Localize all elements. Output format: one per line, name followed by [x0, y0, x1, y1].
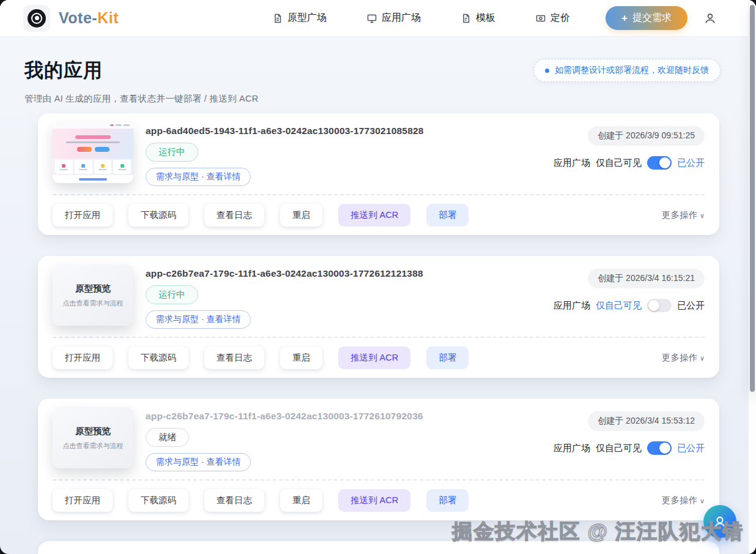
prototype-preview[interactable]: 原型预览 点击查看需求与流程 — [53, 264, 133, 326]
restart-button[interactable]: 重启 — [280, 346, 322, 369]
view-logs-button[interactable]: 查看日志 — [204, 204, 264, 226]
dot-icon — [545, 69, 549, 73]
app-id: app-c26b7ea7-179c-11f1-a6e3-0242ac130003… — [146, 268, 423, 279]
detail-link-badge[interactable]: 需求与原型 · 查看详情 — [146, 310, 251, 329]
brand-name-primary: Vote- — [59, 9, 97, 26]
app-card: 原型预览 点击查看需求与流程 app-c26b7ea7-179c-11f1-a6… — [38, 399, 719, 520]
deploy-button[interactable]: 部署 — [426, 204, 469, 226]
thumb-decor — [77, 147, 109, 152]
detail-link-badge[interactable]: 需求与原型 · 查看详情 — [146, 168, 251, 186]
app-card-list: app-6ad40ed5-1943-11f1-a6e3-0242ac130003… — [38, 113, 719, 554]
public-label: 已公开 — [677, 157, 705, 169]
browser-page: Vote-Kit 原型广场 应用广场 模板 定价 + 提交需求 — [0, 0, 756, 554]
created-time-badge: 创建于 2026/3/4 15:53:12 — [588, 411, 705, 431]
thumb-decor — [77, 147, 92, 152]
detail-link-badge[interactable]: 需求与原型 · 查看详情 — [146, 453, 251, 471]
preview-subtitle: 点击查看需求与流程 — [63, 299, 124, 308]
restart-button[interactable]: 重启 — [280, 204, 322, 226]
view-logs-button[interactable]: 查看日志 — [204, 346, 264, 369]
thumb-decor — [124, 124, 130, 126]
status-badge: 运行中 — [146, 143, 198, 162]
nav-item-templates[interactable]: 模板 — [461, 12, 495, 24]
visibility-row: 应用广场 仅自己可见 已公开 — [554, 156, 705, 170]
deploy-button[interactable]: 部署 — [426, 346, 469, 369]
nav-label: 原型广场 — [287, 12, 327, 24]
pricing-icon — [536, 13, 546, 23]
public-label: 已公开 — [677, 300, 705, 312]
chevron-down-icon: ∨ — [700, 354, 705, 362]
nav-item-prototype-market[interactable]: 原型广场 — [273, 12, 327, 24]
status-badge: 运行中 — [146, 285, 198, 304]
push-acr-button[interactable]: 推送到 ACR — [338, 346, 410, 369]
more-actions-label: 更多操作 — [662, 352, 697, 364]
push-acr-button[interactable]: 推送到 ACR — [338, 489, 410, 512]
open-app-button[interactable]: 打开应用 — [53, 204, 113, 226]
more-actions-button[interactable]: 更多操作∨ — [662, 352, 705, 364]
app-card: 原型预览 点击查看需求与流程 app-c26b7ea7-179c-11f1-a6… — [38, 256, 719, 378]
preview-title: 原型预览 — [75, 425, 111, 437]
restart-button[interactable]: 重启 — [280, 489, 322, 512]
chevron-down-icon: ∨ — [700, 497, 705, 505]
created-time-badge: 创建于 2026/3/4 16:15:21 — [588, 269, 705, 288]
thumb-decor — [55, 160, 73, 174]
monitor-icon — [367, 13, 377, 23]
divider — [53, 479, 705, 481]
toggle-knob — [659, 157, 670, 168]
visibility-row: 应用广场 仅自己可见 已公开 — [554, 299, 705, 312]
thumb-decor — [53, 129, 133, 159]
template-icon — [461, 13, 471, 23]
thumb-decor — [94, 160, 112, 174]
app-id: app-c26b7ea7-179c-11f1-a6e3-0242ac130003… — [146, 411, 423, 422]
marketplace-label: 应用广场 — [554, 157, 590, 169]
more-actions-button[interactable]: 更多操作∨ — [662, 209, 705, 221]
thumb-decor — [95, 147, 109, 152]
scrollbar-track[interactable] — [748, 0, 756, 554]
thumb-decor — [110, 124, 114, 126]
page-subtitle: 管理由 AI 生成的应用，查看状态并一键部署 / 推送到 ACR — [24, 93, 721, 105]
thumb-decor — [113, 160, 131, 174]
feedback-note: 如需调整设计或部署流程，欢迎随时反馈 — [533, 59, 721, 82]
chevron-down-icon: ∨ — [700, 212, 705, 220]
view-logs-button[interactable]: 查看日志 — [204, 489, 264, 512]
thumb-decor — [53, 122, 133, 129]
public-label: 已公开 — [677, 443, 705, 454]
main-nav: 原型广场 应用广场 模板 定价 — [273, 12, 570, 24]
toggle-knob — [659, 443, 670, 454]
user-icon[interactable] — [703, 12, 717, 25]
visibility-toggle[interactable] — [647, 299, 672, 312]
private-label: 仅自己可见 — [596, 157, 642, 169]
thumb-decor — [53, 175, 133, 183]
push-acr-button[interactable]: 推送到 ACR — [338, 204, 410, 226]
brand-name-secondary: Kit — [97, 9, 119, 26]
prototype-preview[interactable]: 原型预览 点击查看需求与流程 — [53, 407, 133, 468]
support-float-button[interactable] — [703, 505, 736, 538]
nav-item-pricing[interactable]: 定价 — [536, 12, 570, 24]
open-app-button[interactable]: 打开应用 — [53, 346, 113, 369]
download-source-button[interactable]: 下载源码 — [128, 489, 188, 512]
nav-label: 模板 — [476, 12, 495, 24]
thumb-decor — [66, 141, 120, 143]
more-actions-button[interactable]: 更多操作∨ — [662, 495, 705, 506]
plus-icon: + — [621, 13, 628, 23]
main-content: 我的应用 如需调整设计或部署流程，欢迎随时反馈 管理由 AI 生成的应用，查看状… — [0, 37, 756, 554]
created-time-badge: 创建于 2026/3/9 09:51:25 — [588, 126, 705, 146]
app-thumbnail[interactable] — [53, 122, 133, 183]
brand-name: Vote-Kit — [59, 9, 119, 27]
brand[interactable]: Vote-Kit — [23, 5, 119, 32]
scrollbar-thumb[interactable] — [750, 5, 755, 392]
preview-title: 原型预览 — [75, 283, 111, 294]
brand-logo-icon — [23, 5, 50, 32]
submit-request-button[interactable]: + 提交需求 — [606, 6, 687, 30]
open-app-button[interactable]: 打开应用 — [53, 489, 113, 512]
visibility-row: 应用广场 仅自己可见 已公开 — [554, 441, 705, 455]
logo-dot — [35, 16, 39, 20]
document-icon — [273, 13, 283, 23]
visibility-toggle[interactable] — [647, 156, 672, 170]
download-source-button[interactable]: 下载源码 — [128, 346, 188, 369]
deploy-button[interactable]: 部署 — [426, 489, 469, 512]
top-nav: Vote-Kit 原型广场 应用广场 模板 定价 + 提交需求 — [0, 0, 756, 37]
feedback-note-text: 如需调整设计或部署流程，欢迎随时反馈 — [555, 65, 709, 76]
download-source-button[interactable]: 下载源码 — [128, 204, 188, 226]
nav-item-app-market[interactable]: 应用广场 — [367, 12, 421, 24]
visibility-toggle[interactable] — [647, 441, 672, 455]
